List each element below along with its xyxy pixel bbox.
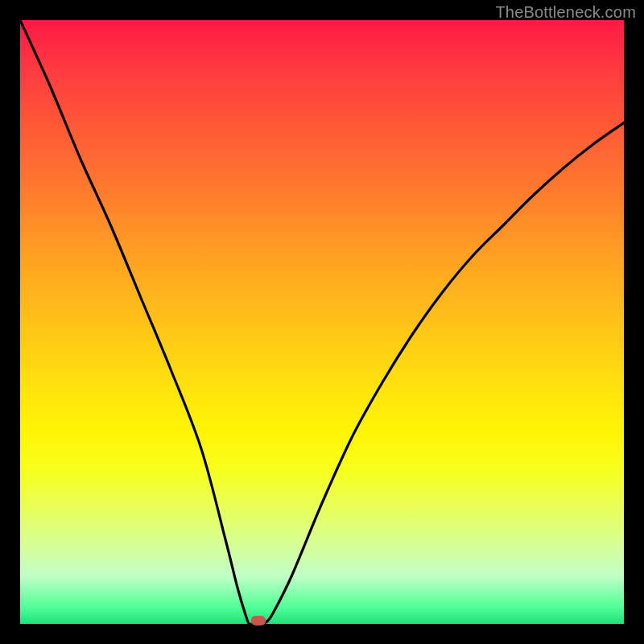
chart-frame: TheBottleneck.com — [0, 0, 644, 644]
optimal-point-marker — [251, 616, 266, 625]
plot-area — [20, 20, 624, 624]
bottleneck-curve — [20, 20, 624, 624]
watermark-text: TheBottleneck.com — [495, 3, 636, 22]
